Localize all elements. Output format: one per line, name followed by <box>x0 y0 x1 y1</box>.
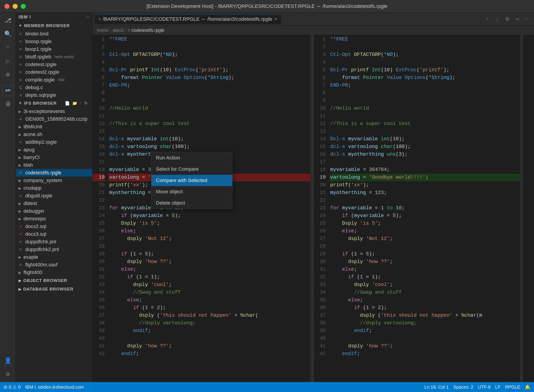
compare-with-selected-label: Compare with Selected <box>156 177 207 183</box>
active-tab[interactable]: ≡ /BARRY/QRPGLESRC/CODETEST.RPGLE ↔ /hom… <box>95 14 281 24</box>
window-controls[interactable] <box>5 4 26 9</box>
ifs-item-crudapp[interactable]: ▶ crudapp <box>16 184 92 192</box>
context-menu-run-action[interactable]: Run Action <box>151 152 232 163</box>
layout-button[interactable]: ▭ <box>513 15 522 24</box>
ifs-item-duppdfchk[interactable]: ≡ duppdfchk.pnl <box>16 238 92 246</box>
right-scrollbar[interactable] <box>520 35 523 382</box>
status-host[interactable]: IBM i: seiden.iinthecloud.com <box>25 385 84 390</box>
ifs-item-codetestifs[interactable]: ≡ codetestifs.rpgle <box>16 169 92 177</box>
database-browser-header[interactable]: ▶ DATABASE BROWSER <box>16 285 92 294</box>
ifs-item-barrycl[interactable]: ▶ barryCl <box>16 154 92 161</box>
context-menu-select-for-compare[interactable]: Select for Compare <box>151 163 232 175</box>
context-menu-compare-with-selected[interactable]: Compare with Selected <box>151 175 232 186</box>
sidebar-item-booop-rpgle[interactable]: ≡ booop.rpgle <box>16 38 92 45</box>
context-menu-delete-object[interactable]: Delete object <box>151 197 232 209</box>
explorer-icon[interactable]: ⎇ <box>2 15 14 26</box>
ifs-item-duppdfchk2[interactable]: ≡ duppdfchk2.pnl <box>16 246 92 253</box>
member-browser-header[interactable]: ▼ MEMBER BROWSER <box>16 21 92 30</box>
status-language[interactable]: RPGLE <box>505 385 520 390</box>
maximize-button[interactable] <box>21 4 26 9</box>
r-code-line-32: if (1 = 1); <box>329 273 520 281</box>
status-errors[interactable]: ⊘ 0 ⚠ 0 <box>4 384 20 390</box>
ifs-browser-header[interactable]: ▼ IFS BROWSER 📄 📁 ↑ ↻ <box>16 99 92 107</box>
breadcrumb-sep1: › <box>110 28 111 33</box>
item-label: 3i-exceptionevents <box>24 108 65 114</box>
close-button[interactable] <box>5 4 9 9</box>
status-spaces[interactable]: Spaces: 2 <box>453 385 473 390</box>
right-code-lines[interactable]: **FREE Ctl-Opt DFTACTGRP(*NO); Dcl-Pr pr… <box>329 35 520 382</box>
sidebar-item-compile-rpgle[interactable]: ≡ compile.rpgle Hiiii <box>16 76 92 84</box>
code-line-24: if (myvariable = 5); <box>108 212 310 220</box>
sidebar-item-binder-bnd[interactable]: ≡ binder.bnd <box>16 30 92 38</box>
code-line-42: endif; <box>108 350 310 358</box>
status-notifications[interactable]: 🔔 <box>525 384 530 390</box>
right-code-area[interactable]: 12345 678910 1112131415 161718 19 202122… <box>313 35 534 382</box>
more-actions-button[interactable]: ··· <box>523 15 532 24</box>
status-encoding[interactable]: UTF-8 <box>478 385 491 390</box>
ifs-item-dbtest[interactable]: ▶ dbtest <box>16 200 92 207</box>
ifs-item-demorepo[interactable]: ▶ demorepo <box>16 215 92 223</box>
ibmi-api-icon[interactable]: API <box>2 85 14 96</box>
right-line-numbers: 12345 678910 1112131415 161718 19 202122… <box>313 35 329 382</box>
split-editor-button[interactable]: ⧉ <box>503 15 512 24</box>
breadcrumb-alan3[interactable]: alan3 <box>113 28 124 33</box>
code-line-30: dsply 'how ??'; <box>108 258 310 266</box>
navigate-down-button[interactable]: ↓ <box>493 15 502 24</box>
tab-close-icon[interactable]: ✕ <box>274 17 277 22</box>
spaces-label: Spaces: 2 <box>453 385 473 390</box>
extensions-icon[interactable]: ⊞ <box>2 69 14 80</box>
ifs-item-docs3[interactable]: ≡ docs3.sql <box>16 230 92 238</box>
sidebar-item-depts-sqlrpgle[interactable]: ≡ depts.sqlrpgle <box>16 91 92 99</box>
file-icon: ≡ <box>19 262 24 267</box>
settings-icon[interactable]: ⚙ <box>2 369 14 380</box>
ifs-upload-icon[interactable]: ↑ <box>80 101 82 106</box>
ifs-item-dbgutil[interactable]: ≡ dbgutil.rpgle <box>16 192 92 200</box>
sidebar-item-codetest-rpgle[interactable]: ≡ codetest.rpgle <box>16 61 92 68</box>
ibmi-icon[interactable]: 🖥 <box>2 98 14 110</box>
ifs-item-ibmiunit[interactable]: ▶ IBMiUnit <box>16 123 92 131</box>
ifs-item-flight400[interactable]: ▶ flight400 <box>16 269 92 276</box>
ifs-item-addbkp2[interactable]: ≡ addbkp2.rpgle <box>16 138 92 146</box>
navigate-up-button[interactable]: ↑ <box>483 15 492 24</box>
object-browser-header[interactable]: ▶ OBJECT BROWSER <box>16 276 92 285</box>
ifs-item-gen005[interactable]: ≡ GEN005_1588952468.cczip <box>16 115 92 123</box>
item-label: codetestifs.rpgle <box>25 170 61 176</box>
item-label: acme.sh <box>24 131 42 137</box>
activity-bar: ⎇ 🔍 ⑂ ▷ ⊞ API 🖥 👤 ⚙ <box>0 13 16 382</box>
status-position[interactable]: Ln 19, Col 1 <box>424 385 449 390</box>
source-control-icon[interactable]: ⑂ <box>2 42 14 53</box>
ifs-item-3i-exceptionevents[interactable]: ▶ 3i-exceptionevents <box>16 107 92 115</box>
r-code-line-9 <box>329 97 520 105</box>
account-icon[interactable]: 👤 <box>2 355 14 366</box>
code-line-3: Ctl-Opt DFTACTGRP(*NO); <box>108 51 310 59</box>
status-line-ending[interactable]: LF <box>495 385 500 390</box>
search-icon[interactable]: 🔍 <box>2 28 14 40</box>
ifs-item-blah[interactable]: ▶ blah <box>16 161 92 169</box>
r-code-line-42: endif; <box>329 350 520 358</box>
ifs-item-debugger[interactable]: ▶ debugger <box>16 207 92 215</box>
ifs-item-acme[interactable]: ▶ acme.sh <box>16 131 92 138</box>
ifs-item-exaple[interactable]: ▶ exaple <box>16 253 92 261</box>
minimize-button[interactable] <box>13 4 18 9</box>
breadcrumb-home[interactable]: home <box>97 28 108 33</box>
more-actions-icon[interactable]: ··· <box>86 14 90 20</box>
breadcrumb-file[interactable]: codetestifs.rpgle <box>132 28 165 33</box>
file-icon: ≡ <box>19 239 24 244</box>
folder-chevron: ▶ <box>19 217 21 221</box>
sidebar-item-btsdf-rpgleb[interactable]: ≡ btsdf.rpgleb hello world <box>16 53 92 61</box>
ifs-item-docs2[interactable]: ≡ docs2.sql <box>16 223 92 230</box>
run-debug-icon[interactable]: ▷ <box>2 56 14 67</box>
context-menu-move-object[interactable]: Move object <box>151 186 232 197</box>
ifs-new-folder-icon[interactable]: 📁 <box>72 101 77 106</box>
ifs-item-apug[interactable]: ▶ apug <box>16 146 92 154</box>
sidebar-item-codetest2-rpgle[interactable]: ≡ codetest2.rpgle <box>16 68 92 76</box>
code-line-27: dsply 'Not 12'; <box>108 235 310 243</box>
error-icon: ⊘ <box>4 384 7 390</box>
sidebar-item-boop1-rpgle[interactable]: ≡ boop1.rpgle <box>16 45 92 53</box>
ifs-item-flght400m[interactable]: ≡ flght400m.savf <box>16 261 92 269</box>
sidebar-item-debug-c[interactable]: C debug.c <box>16 84 92 91</box>
ifs-refresh-icon[interactable]: ↻ <box>84 101 88 106</box>
left-scrollbar[interactable] <box>310 35 313 382</box>
ifs-new-file-icon[interactable]: 📄 <box>65 101 70 106</box>
ifs-item-company-system[interactable]: ▶ company_system <box>16 177 92 184</box>
